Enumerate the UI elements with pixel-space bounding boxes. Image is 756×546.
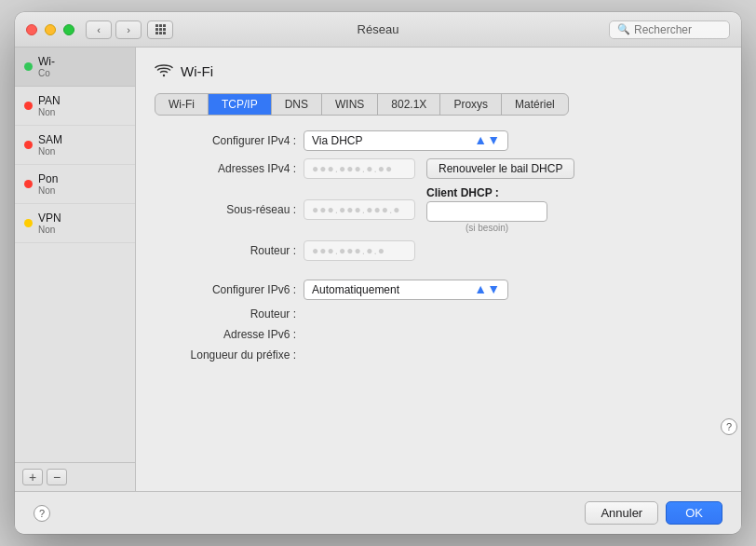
router-ipv6-label: Routeur : — [155, 307, 304, 321]
configure-ipv6-select[interactable]: Automatiquement ▲▼ — [304, 280, 508, 300]
status-dot-vpn — [24, 219, 33, 227]
status-dot-pan — [24, 102, 33, 110]
dhcp-hint: (si besoin) — [426, 223, 547, 233]
wifi-icon — [155, 62, 173, 80]
search-input[interactable] — [634, 23, 722, 36]
assist-button[interactable]: ? — [721, 418, 737, 435]
cancel-button[interactable]: Annuler — [585, 501, 658, 525]
router-value: ●●●.●●●.●.● — [304, 240, 415, 261]
status-dot-pon — [24, 180, 33, 188]
sidebar-item-pon[interactable]: Pon Non — [15, 165, 135, 204]
configure-ipv4-label: Configurer IPv4 : — [155, 134, 304, 147]
sidebar-item-wifi[interactable]: Wi- Co — [15, 48, 135, 87]
main-panel: Wi-Fi Wi-Fi TCP/IP DNS WINS 802.1X Proxy… — [136, 48, 713, 491]
panel-header: Wi-Fi — [155, 62, 695, 80]
help-button[interactable]: ? — [34, 505, 50, 522]
search-box[interactable]: 🔍 — [609, 20, 730, 39]
addresses-ipv4-label: Adresses IPv4 : — [155, 162, 304, 175]
prefix-label: Longueur du préfixe : — [155, 348, 304, 362]
subnet-value: ●●●.●●●.●●●.● — [304, 199, 415, 220]
addresses-ipv4-row: Adresses IPv4 : ●●●.●●●.●.●● Renouveler … — [155, 158, 695, 179]
status-dot-sam — [24, 141, 33, 149]
svg-point-0 — [163, 75, 165, 76]
tab-8021x[interactable]: 802.1X — [378, 94, 440, 115]
grid-button[interactable] — [147, 20, 173, 39]
configure-ipv4-row: Configurer IPv4 : Via DHCP ▲▼ — [155, 130, 695, 151]
sidebar-name-wifi: Wi- — [38, 55, 55, 68]
traffic-lights — [26, 24, 74, 35]
sidebar-status-vpn: Non — [38, 225, 61, 235]
chevron-updown-icon-ipv6: ▲▼ — [474, 284, 500, 294]
tab-materiel[interactable]: Matériel — [502, 94, 568, 115]
addr-ipv6-label: Adresse IPv6 : — [155, 328, 304, 341]
router-row: Routeur : ●●●.●●●.●.● — [155, 240, 695, 261]
titlebar: ‹ › Réseau 🔍 — [15, 12, 741, 48]
panel-title: Wi-Fi — [181, 63, 213, 79]
sidebar-status-sam: Non — [38, 146, 62, 157]
router-ipv6-row: Routeur : — [155, 307, 695, 321]
configure-ipv6-label: Configurer IPv6 : — [155, 283, 304, 296]
chevron-updown-icon: ▲▼ — [474, 135, 500, 145]
bottom-bar: ? Annuler OK — [15, 491, 741, 534]
tab-wins[interactable]: WINS — [322, 94, 378, 115]
remove-network-button[interactable]: − — [47, 469, 67, 485]
ok-button[interactable]: OK — [666, 501, 722, 525]
sidebar-status-pon: Non — [38, 185, 58, 196]
maximize-button[interactable] — [63, 24, 74, 35]
forward-button[interactable]: › — [115, 20, 142, 39]
form-area: Configurer IPv4 : Via DHCP ▲▼ Adresses I… — [155, 130, 695, 476]
configure-ipv4-value: Via DHCP — [312, 134, 362, 147]
content-area: Wi- Co PAN Non SAM Non — [15, 48, 741, 491]
sidebar-footer: + − — [15, 462, 135, 491]
prefix-row: Longueur du préfixe : — [155, 348, 695, 362]
tab-dns[interactable]: DNS — [272, 94, 322, 115]
addr-ipv6-row: Adresse IPv6 : — [155, 328, 695, 341]
minimize-button[interactable] — [45, 24, 56, 35]
renew-dhcp-button[interactable]: Renouveler le bail DHCP — [426, 158, 574, 179]
back-button[interactable]: ‹ — [86, 20, 112, 39]
close-button[interactable] — [26, 24, 37, 35]
sidebar-name-sam: SAM — [38, 133, 62, 146]
sidebar-name-pan: PAN — [38, 94, 61, 107]
tab-tcpip[interactable]: TCP/IP — [209, 94, 272, 115]
sidebar-item-sam[interactable]: SAM Non — [15, 126, 135, 165]
add-network-button[interactable]: + — [22, 469, 43, 485]
nav-buttons: ‹ › — [86, 20, 142, 39]
sidebar-status-pan: Non — [38, 107, 61, 117]
right-assist-area: ? — [713, 48, 741, 491]
subnet-label: Sous-réseau : — [155, 203, 304, 216]
window-title: Réseau — [358, 22, 399, 36]
tab-bar: Wi-Fi TCP/IP DNS WINS 802.1X Proxys Maté… — [155, 93, 569, 116]
search-icon: 🔍 — [617, 23, 630, 35]
configure-ipv4-select[interactable]: Via DHCP ▲▼ — [304, 130, 508, 151]
dhcp-client-group: Client DHCP : (si besoin) — [426, 186, 547, 233]
grid-icon — [155, 24, 166, 34]
tab-proxys[interactable]: Proxys — [440, 94, 502, 115]
dhcp-client-label: Client DHCP : — [426, 186, 547, 199]
subnet-row: Sous-réseau : ●●●.●●●.●●●.● Client DHCP … — [155, 186, 695, 233]
configure-ipv6-value: Automatiquement — [312, 283, 399, 296]
sidebar-name-vpn: VPN — [38, 212, 61, 225]
sidebar-name-pon: Pon — [38, 172, 58, 185]
addresses-ipv4-value: ●●●.●●●.●.●● — [304, 158, 415, 179]
main-window: ‹ › Réseau 🔍 Wi- Co — [15, 12, 741, 534]
tab-wifi[interactable]: Wi-Fi — [155, 94, 209, 115]
status-dot-wifi — [24, 62, 33, 71]
action-buttons: Annuler OK — [585, 501, 722, 525]
configure-ipv6-row: Configurer IPv6 : Automatiquement ▲▼ — [155, 280, 695, 300]
sidebar: Wi- Co PAN Non SAM Non — [15, 48, 136, 491]
sidebar-item-pan[interactable]: PAN Non — [15, 87, 135, 126]
router-label: Routeur : — [155, 244, 304, 257]
sidebar-item-vpn[interactable]: VPN Non — [15, 204, 135, 243]
sidebar-status-wifi: Co — [38, 68, 55, 78]
dhcp-client-input[interactable] — [426, 201, 547, 222]
